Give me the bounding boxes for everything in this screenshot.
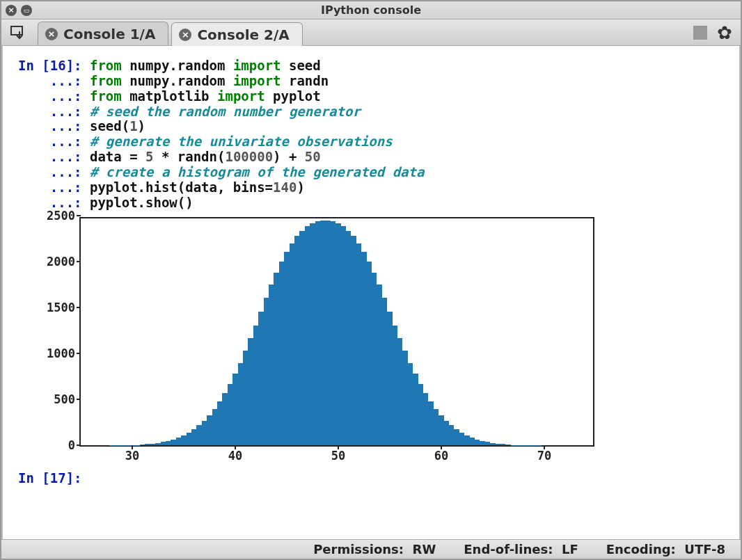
toolbar: × Console 1/A × Console 2/A ✿ xyxy=(1,19,741,46)
status-eol: End-of-lines: LF xyxy=(464,542,578,557)
console-output[interactable]: In [16]: from numpy.random import seed .… xyxy=(1,46,741,539)
maximize-icon[interactable]: ▭ xyxy=(21,5,32,16)
stop-icon[interactable] xyxy=(693,26,707,40)
statusbar: Permissions: RW End-of-lines: LF Encodin… xyxy=(1,539,741,559)
tab-label: Console 1/A xyxy=(63,26,155,42)
status-encoding: Encoding: UTF-8 xyxy=(606,542,725,557)
window-title: IPython console xyxy=(1,3,741,17)
close-icon[interactable]: × xyxy=(179,29,191,41)
tab-console-1[interactable]: × Console 1/A xyxy=(38,22,168,45)
new-console-button[interactable] xyxy=(10,24,29,42)
close-icon[interactable]: × xyxy=(6,5,17,16)
tabs: × Console 1/A × Console 2/A xyxy=(38,19,306,45)
svg-rect-0 xyxy=(11,26,22,35)
tab-console-2[interactable]: × Console 2/A xyxy=(171,22,302,46)
titlebar: × ▭ IPython console xyxy=(1,1,741,19)
next-prompt: In [17]: xyxy=(18,470,90,486)
histogram-chart: 050010001500200025003040506070 xyxy=(39,217,724,464)
code-block: In [16]: from numpy.random import seed .… xyxy=(18,58,724,210)
status-permissions: Permissions: RW xyxy=(313,542,436,557)
tab-label: Console 2/A xyxy=(197,26,289,43)
gear-icon[interactable]: ✿ xyxy=(717,22,732,43)
close-icon[interactable]: × xyxy=(45,28,58,40)
